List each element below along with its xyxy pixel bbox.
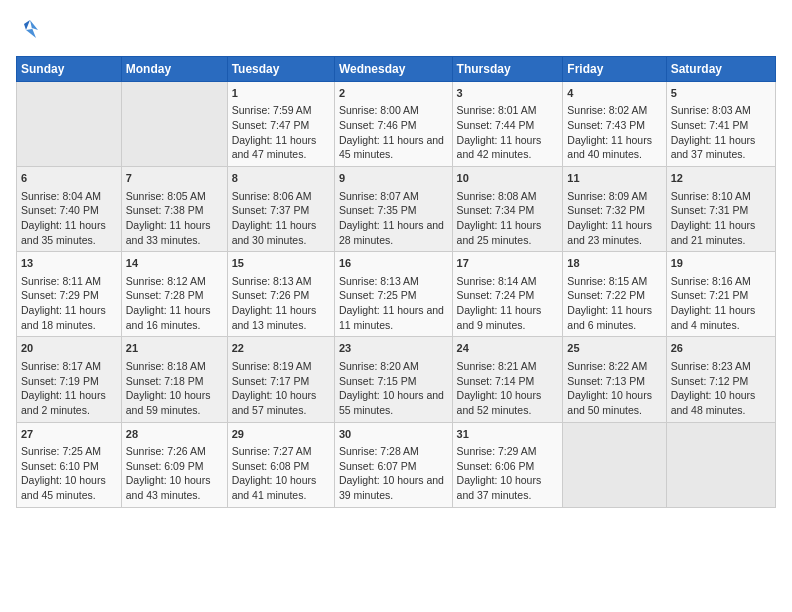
calendar-cell: 20Sunrise: 8:17 AMSunset: 7:19 PMDayligh… — [17, 337, 122, 422]
calendar-header-row: SundayMondayTuesdayWednesdayThursdayFrid… — [17, 57, 776, 82]
day-info: Daylight: 11 hours and 35 minutes. — [21, 218, 117, 247]
day-info: Daylight: 11 hours and 6 minutes. — [567, 303, 661, 332]
calendar-cell: 4Sunrise: 8:02 AMSunset: 7:43 PMDaylight… — [563, 82, 666, 167]
day-number: 4 — [567, 86, 661, 101]
day-info: Sunset: 7:40 PM — [21, 203, 117, 218]
calendar-cell: 3Sunrise: 8:01 AMSunset: 7:44 PMDaylight… — [452, 82, 563, 167]
day-info: Daylight: 10 hours and 59 minutes. — [126, 388, 223, 417]
day-info: Sunset: 6:06 PM — [457, 459, 559, 474]
day-number: 27 — [21, 427, 117, 442]
calendar-cell: 2Sunrise: 8:00 AMSunset: 7:46 PMDaylight… — [334, 82, 452, 167]
day-info: Sunrise: 8:04 AM — [21, 189, 117, 204]
day-info: Sunrise: 7:29 AM — [457, 444, 559, 459]
day-info: Daylight: 11 hours and 4 minutes. — [671, 303, 771, 332]
day-number: 5 — [671, 86, 771, 101]
day-info: Sunrise: 8:06 AM — [232, 189, 330, 204]
calendar-cell: 18Sunrise: 8:15 AMSunset: 7:22 PMDayligh… — [563, 252, 666, 337]
day-number: 22 — [232, 341, 330, 356]
day-info: Sunset: 7:13 PM — [567, 374, 661, 389]
day-info: Sunset: 7:41 PM — [671, 118, 771, 133]
day-info: Sunrise: 8:02 AM — [567, 103, 661, 118]
day-info: Sunset: 7:18 PM — [126, 374, 223, 389]
day-info: Sunrise: 8:21 AM — [457, 359, 559, 374]
calendar-cell: 7Sunrise: 8:05 AMSunset: 7:38 PMDaylight… — [121, 167, 227, 252]
day-info: Daylight: 11 hours and 16 minutes. — [126, 303, 223, 332]
day-info: Sunrise: 7:25 AM — [21, 444, 117, 459]
week-row-3: 13Sunrise: 8:11 AMSunset: 7:29 PMDayligh… — [17, 252, 776, 337]
day-number: 26 — [671, 341, 771, 356]
day-info: Sunrise: 8:19 AM — [232, 359, 330, 374]
day-number: 6 — [21, 171, 117, 186]
day-info: Sunset: 7:21 PM — [671, 288, 771, 303]
calendar-cell: 26Sunrise: 8:23 AMSunset: 7:12 PMDayligh… — [666, 337, 775, 422]
calendar-cell: 10Sunrise: 8:08 AMSunset: 7:34 PMDayligh… — [452, 167, 563, 252]
day-info: Daylight: 11 hours and 30 minutes. — [232, 218, 330, 247]
day-number: 28 — [126, 427, 223, 442]
day-info: Sunset: 7:12 PM — [671, 374, 771, 389]
day-info: Daylight: 11 hours and 2 minutes. — [21, 388, 117, 417]
day-info: Sunset: 7:47 PM — [232, 118, 330, 133]
day-number: 7 — [126, 171, 223, 186]
calendar-cell: 31Sunrise: 7:29 AMSunset: 6:06 PMDayligh… — [452, 422, 563, 507]
day-info: Sunset: 7:44 PM — [457, 118, 559, 133]
calendar-cell: 9Sunrise: 8:07 AMSunset: 7:35 PMDaylight… — [334, 167, 452, 252]
day-number: 24 — [457, 341, 559, 356]
day-info: Sunset: 7:43 PM — [567, 118, 661, 133]
day-info: Sunrise: 8:17 AM — [21, 359, 117, 374]
day-info: Sunrise: 8:22 AM — [567, 359, 661, 374]
day-info: Sunrise: 8:01 AM — [457, 103, 559, 118]
day-info: Sunset: 7:37 PM — [232, 203, 330, 218]
calendar-cell: 5Sunrise: 8:03 AMSunset: 7:41 PMDaylight… — [666, 82, 775, 167]
calendar-cell: 21Sunrise: 8:18 AMSunset: 7:18 PMDayligh… — [121, 337, 227, 422]
day-info: Daylight: 11 hours and 23 minutes. — [567, 218, 661, 247]
day-info: Daylight: 11 hours and 9 minutes. — [457, 303, 559, 332]
calendar-cell: 19Sunrise: 8:16 AMSunset: 7:21 PMDayligh… — [666, 252, 775, 337]
day-info: Daylight: 10 hours and 41 minutes. — [232, 473, 330, 502]
day-info: Daylight: 10 hours and 52 minutes. — [457, 388, 559, 417]
week-row-2: 6Sunrise: 8:04 AMSunset: 7:40 PMDaylight… — [17, 167, 776, 252]
day-info: Sunrise: 8:13 AM — [232, 274, 330, 289]
day-info: Sunset: 7:17 PM — [232, 374, 330, 389]
col-header-wednesday: Wednesday — [334, 57, 452, 82]
day-info: Sunrise: 8:09 AM — [567, 189, 661, 204]
day-info: Sunrise: 8:07 AM — [339, 189, 448, 204]
day-number: 21 — [126, 341, 223, 356]
calendar-cell: 15Sunrise: 8:13 AMSunset: 7:26 PMDayligh… — [227, 252, 334, 337]
day-number: 16 — [339, 256, 448, 271]
day-info: Sunrise: 8:13 AM — [339, 274, 448, 289]
day-info: Daylight: 10 hours and 48 minutes. — [671, 388, 771, 417]
day-number: 1 — [232, 86, 330, 101]
calendar-cell — [563, 422, 666, 507]
day-number: 31 — [457, 427, 559, 442]
day-info: Sunrise: 8:10 AM — [671, 189, 771, 204]
day-info: Sunrise: 8:14 AM — [457, 274, 559, 289]
calendar-cell: 22Sunrise: 8:19 AMSunset: 7:17 PMDayligh… — [227, 337, 334, 422]
day-info: Daylight: 10 hours and 57 minutes. — [232, 388, 330, 417]
calendar-table: SundayMondayTuesdayWednesdayThursdayFrid… — [16, 56, 776, 508]
calendar-cell: 17Sunrise: 8:14 AMSunset: 7:24 PMDayligh… — [452, 252, 563, 337]
day-info: Sunrise: 7:59 AM — [232, 103, 330, 118]
calendar-cell: 28Sunrise: 7:26 AMSunset: 6:09 PMDayligh… — [121, 422, 227, 507]
calendar-cell — [17, 82, 122, 167]
col-header-friday: Friday — [563, 57, 666, 82]
day-info: Sunrise: 7:27 AM — [232, 444, 330, 459]
day-number: 18 — [567, 256, 661, 271]
day-number: 30 — [339, 427, 448, 442]
day-info: Daylight: 10 hours and 43 minutes. — [126, 473, 223, 502]
calendar-cell: 6Sunrise: 8:04 AMSunset: 7:40 PMDaylight… — [17, 167, 122, 252]
calendar-cell: 25Sunrise: 8:22 AMSunset: 7:13 PMDayligh… — [563, 337, 666, 422]
calendar-cell: 11Sunrise: 8:09 AMSunset: 7:32 PMDayligh… — [563, 167, 666, 252]
day-number: 11 — [567, 171, 661, 186]
day-info: Sunset: 7:34 PM — [457, 203, 559, 218]
calendar-body: 1Sunrise: 7:59 AMSunset: 7:47 PMDaylight… — [17, 82, 776, 508]
day-number: 29 — [232, 427, 330, 442]
day-info: Sunrise: 7:28 AM — [339, 444, 448, 459]
day-info: Sunset: 7:46 PM — [339, 118, 448, 133]
calendar-cell: 14Sunrise: 8:12 AMSunset: 7:28 PMDayligh… — [121, 252, 227, 337]
day-info: Sunrise: 8:23 AM — [671, 359, 771, 374]
day-info: Sunset: 7:25 PM — [339, 288, 448, 303]
col-header-saturday: Saturday — [666, 57, 775, 82]
day-info: Daylight: 11 hours and 28 minutes. — [339, 218, 448, 247]
day-number: 2 — [339, 86, 448, 101]
day-info: Sunset: 6:09 PM — [126, 459, 223, 474]
